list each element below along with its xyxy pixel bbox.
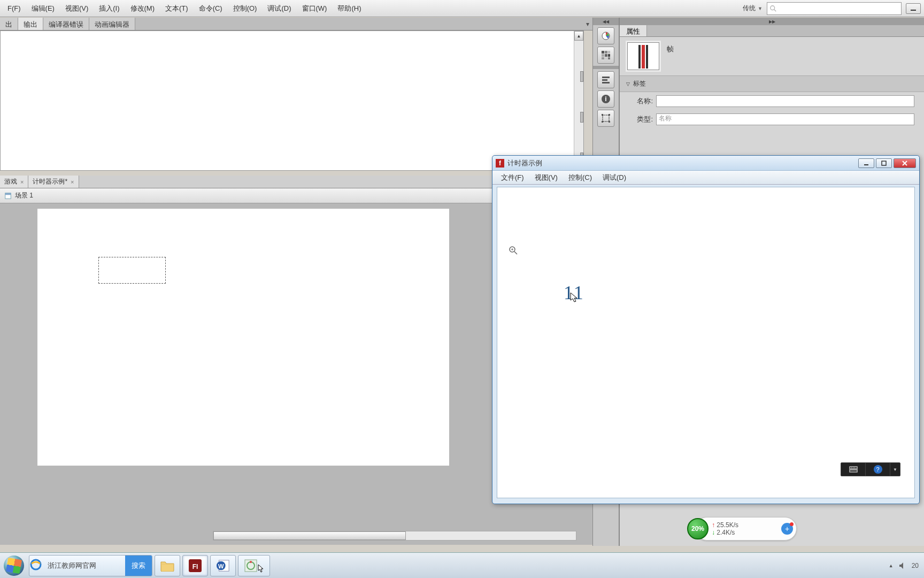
menu-commands[interactable]: 命令(C) [194,2,228,16]
ime-help-icon[interactable]: ? [866,463,890,476]
svg-rect-22 [602,121,603,123]
chevron-down-icon: ▼ [758,6,763,11]
stage-hscrollbar[interactable] [213,531,576,541]
taskbar-ie-item[interactable]: 浙江教师网官网 搜索 [29,555,152,576]
menu-modify[interactable]: 修改(M) [125,2,160,16]
tab-compiler-errors[interactable]: 编译器错误 [43,18,89,30]
volume-icon[interactable] [899,562,906,569]
scroll-up-icon[interactable]: ▲ [574,31,583,41]
menu-text[interactable]: 文本(T) [160,2,194,16]
tab-motion-editor[interactable]: 动画编辑器 [89,18,135,30]
menu-help[interactable]: 帮助(H) [332,2,366,16]
popup-maximize-button[interactable] [876,158,892,168]
taskbar-word-item[interactable]: W [210,555,236,576]
taskbar-app-item[interactable] [238,555,270,576]
svg-rect-15 [602,79,607,81]
ie-search-button[interactable]: 搜索 [125,555,152,576]
svg-point-0 [771,5,775,10]
network-monitor-widget[interactable]: 20% 25.5K/s 2.4K/s + [695,517,797,541]
tab-output[interactable]: 输出 [18,18,43,30]
svg-rect-13 [608,57,610,59]
search-icon [769,5,777,12]
tab-timeline[interactable]: 出 [0,18,18,30]
flash-player-window[interactable]: f 计时器示例 文件(F) 视图(V) 控制(C) 调试(D) 11 ? ▼ [492,155,920,504]
selected-text-field[interactable] [98,257,166,284]
taskbar-flash-item[interactable]: Fl [182,555,208,576]
ime-toolbar[interactable]: ? ▼ [841,462,900,476]
tray-overflow-icon[interactable]: ▲ [889,563,894,568]
svg-rect-9 [605,54,607,57]
info-panel-icon[interactable]: i [597,90,614,108]
menu-insert[interactable]: 插入(I) [94,2,125,16]
menu-debug[interactable]: 调试(D) [262,2,296,16]
align-panel-icon[interactable] [597,71,614,88]
svg-text:Fl: Fl [192,563,198,571]
taskbar-explorer-item[interactable] [155,555,180,576]
help-search-input[interactable] [777,5,899,12]
upload-speed: 25.5K/s [712,521,738,529]
menu-edit[interactable]: 编辑(E) [26,2,60,16]
svg-line-1 [774,9,776,11]
color-panel-icon[interactable] [597,27,614,44]
frame-name-input[interactable] [656,95,914,107]
dock-collapse-icon[interactable]: ◀◀ [593,18,619,25]
panel-collapse-icon[interactable]: ▶▶ [620,18,924,25]
popup-titlebar[interactable]: f 计时器示例 [492,156,919,171]
right-dock: ◀◀ i [592,18,619,159]
ime-menu-icon[interactable]: ▼ [890,463,900,476]
menu-view[interactable]: 视图(V) [60,2,94,16]
cursor-icon [570,292,579,303]
tray-clock[interactable]: 20 [912,562,919,569]
popup-menu-file[interactable]: 文件(F) [496,171,529,184]
network-speeds: 25.5K/s 2.4K/s [712,521,738,536]
selection-type-label: 帧 [667,42,674,54]
popup-title: 计时器示例 [507,158,857,168]
svg-rect-39 [850,470,857,471]
svg-line-31 [514,252,517,254]
start-button[interactable] [0,553,28,579]
workspace-switcher[interactable]: 传统 ▼ [743,4,763,13]
system-tray[interactable]: ▲ 20 [889,562,924,569]
minimize-button[interactable] [906,3,921,14]
help-search[interactable] [767,2,902,15]
svg-text:W: W [218,562,224,569]
menu-file[interactable]: F(F) [2,2,26,14]
frame-type-dropdown[interactable]: 名称 [656,113,914,125]
cursor-icon [258,564,264,573]
bottom-panel-tabs: 出 输出 编译器错误 动画编辑器 ▾ [0,18,592,31]
workspace-label: 传统 [743,4,756,13]
popup-stage[interactable]: 11 ? ▼ [497,187,915,498]
svg-rect-16 [602,82,610,83]
popup-minimize-button[interactable] [858,158,874,168]
popup-menu-view[interactable]: 视图(V) [529,171,563,184]
name-label: 名称: [629,96,653,106]
flash-app-icon: Fl [188,559,202,573]
popup-menubar: 文件(F) 视图(V) 控制(C) 调试(D) [492,171,919,185]
windows-logo-icon [4,556,24,576]
doc-tab-1[interactable]: 计时器示例*× [28,176,79,188]
menu-window[interactable]: 窗口(W) [297,2,333,16]
svg-rect-10 [608,54,610,57]
transform-panel-icon[interactable] [597,110,614,127]
stage-canvas[interactable] [37,209,449,466]
svg-rect-27 [882,161,886,165]
svg-rect-7 [608,51,610,54]
popup-menu-debug[interactable]: 调试(D) [597,171,632,184]
close-icon[interactable]: × [20,179,24,185]
close-icon[interactable]: × [71,179,74,185]
svg-rect-34 [849,466,858,473]
properties-tab[interactable]: 属性 [620,25,647,36]
cpu-usage-badge: 20% [687,518,709,539]
scene-label: 场景 1 [15,191,33,200]
magnifier-icon [509,246,518,255]
popup-menu-control[interactable]: 控制(C) [563,171,597,184]
swatches-panel-icon[interactable] [597,47,614,64]
accelerate-button[interactable]: + [781,523,793,535]
properties-panel: ▶▶ 属性 帧 ▽ 标签 名称: 类型: 名称 [619,18,924,159]
label-section-header[interactable]: ▽ 标签 [620,75,924,92]
doc-tab-0[interactable]: 游戏× [0,176,28,188]
popup-close-button[interactable] [894,158,916,168]
menu-control[interactable]: 控制(O) [228,2,263,16]
panel-menu-icon[interactable]: ▾ [583,18,592,30]
ime-keyboard-icon[interactable] [841,463,866,476]
